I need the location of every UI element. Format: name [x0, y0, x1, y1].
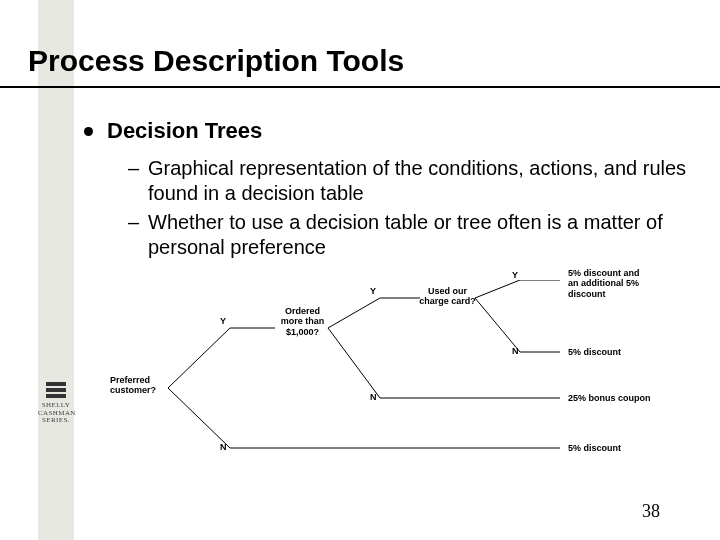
slide-title: Process Description Tools	[28, 44, 404, 78]
tree-q3-label: Used ourcharge card?	[415, 286, 480, 307]
dash-icon: –	[128, 156, 148, 206]
branch-yes: Y	[220, 316, 226, 326]
svg-line-0	[168, 328, 230, 388]
tree-root-label: Preferredcustomer?	[110, 375, 165, 396]
bullet-item: Decision Trees	[84, 118, 262, 144]
list-item: – Graphical representation of the condit…	[128, 156, 688, 206]
svg-line-4	[328, 298, 380, 328]
list-item: – Whether to use a decision table or tre…	[128, 210, 688, 260]
tree-leaf: 5% discount	[568, 443, 621, 453]
dash-icon: –	[128, 210, 148, 260]
title-underline	[0, 86, 720, 88]
bullet-disc-icon	[84, 127, 93, 136]
svg-line-8	[475, 280, 520, 298]
branch-no: N	[220, 442, 227, 452]
sub-bullet-list: – Graphical representation of the condit…	[128, 156, 688, 264]
tree-q2-label: Orderedmore than$1,000?	[275, 306, 330, 337]
tree-leaf: 5% discount	[568, 347, 621, 357]
series-logo: SHELLY CASHMAN SERIES.	[38, 380, 74, 500]
svg-line-10	[475, 298, 520, 352]
tree-leaf: 5% discount andan additional 5%discount	[568, 268, 668, 299]
sub-item-text: Graphical representation of the conditio…	[148, 156, 688, 206]
decision-tree-diagram: Preferredcustomer? Orderedmore than$1,00…	[110, 280, 670, 490]
bullet-text: Decision Trees	[107, 118, 262, 144]
branch-no: N	[512, 346, 519, 356]
tree-leaf: 25% bonus coupon	[568, 393, 651, 403]
branch-yes: Y	[370, 286, 376, 296]
logo-line3: SERIES.	[38, 417, 74, 425]
branch-yes: Y	[512, 270, 518, 280]
svg-line-6	[328, 328, 380, 398]
branch-no: N	[370, 392, 377, 402]
svg-line-2	[168, 388, 230, 448]
page-number: 38	[642, 501, 660, 522]
sub-item-text: Whether to use a decision table or tree …	[148, 210, 688, 260]
